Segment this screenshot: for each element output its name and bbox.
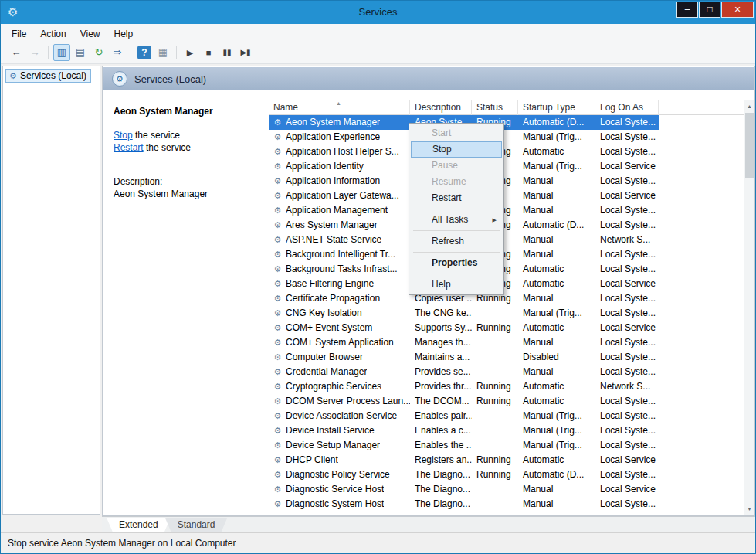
table-row[interactable]: ⚙Diagnostic Service HostThe Diagno...Man… bbox=[269, 482, 659, 497]
scroll-up-icon[interactable]: ▲ bbox=[744, 100, 754, 112]
tab-standard[interactable]: Standard bbox=[165, 518, 228, 534]
menu-file[interactable]: File bbox=[5, 25, 33, 43]
cell-description: Enables the ... bbox=[410, 438, 472, 453]
minimize-button[interactable]: – bbox=[676, 2, 698, 18]
table-row[interactable]: ⚙Device Install ServiceEnables a c...Man… bbox=[269, 423, 659, 438]
context-menu-item-help[interactable]: Help bbox=[411, 277, 502, 293]
cell-status bbox=[472, 482, 518, 497]
service-name: COM+ Event System bbox=[286, 321, 372, 335]
column-header-status[interactable]: Status bbox=[472, 100, 518, 115]
service-gear-icon: ⚙ bbox=[272, 262, 283, 277]
menu-separator bbox=[413, 230, 500, 231]
stop-service-icon[interactable]: ■ bbox=[200, 44, 217, 61]
cell-logon-as: Local Service bbox=[595, 453, 659, 467]
cell-status bbox=[472, 335, 518, 350]
vertical-scrollbar[interactable]: ▲ ▼ bbox=[744, 100, 754, 515]
service-name: Background Tasks Infrast... bbox=[286, 262, 398, 277]
menu-item-label: Restart bbox=[432, 192, 462, 203]
cell-status: Running bbox=[472, 453, 518, 467]
cell-name: ⚙Background Intelligent Tr... bbox=[269, 247, 410, 262]
menu-item-label: Start bbox=[432, 127, 451, 138]
cell-startup-type: Manual bbox=[518, 335, 595, 350]
context-menu-item-refresh[interactable]: Refresh bbox=[411, 233, 502, 250]
table-row[interactable]: ⚙Distributed Link Tracking Cli...Maintai… bbox=[269, 512, 659, 515]
export-list-icon[interactable]: ⇒ bbox=[109, 44, 126, 61]
table-row[interactable]: ⚙DHCP ClientRegisters an...RunningAutoma… bbox=[269, 453, 659, 467]
service-gear-icon: ⚙ bbox=[272, 497, 283, 512]
action-pane-icon[interactable]: ▦ bbox=[154, 44, 171, 61]
stop-service-link[interactable]: Stop bbox=[114, 130, 133, 141]
cell-name: ⚙Device Install Service bbox=[269, 423, 410, 438]
context-menu-item-start[interactable]: Start bbox=[411, 125, 502, 141]
close-button[interactable]: × bbox=[721, 2, 754, 18]
cell-startup-type: Automatic bbox=[518, 144, 595, 159]
tree-node-services-local[interactable]: ⚙ Services (Local) bbox=[5, 69, 91, 83]
service-name: Ares System Manager bbox=[286, 218, 378, 233]
table-row[interactable]: ⚙Device Association ServiceEnables pair.… bbox=[269, 409, 659, 423]
column-header-name[interactable]: Name ▲ bbox=[269, 100, 410, 115]
column-header-description[interactable]: Description bbox=[410, 100, 472, 115]
table-row[interactable]: ⚙Diagnostic Policy ServiceThe Diagno...R… bbox=[269, 467, 659, 482]
table-row[interactable]: ⚙Diagnostic System HostThe Diagno...Manu… bbox=[269, 497, 659, 512]
service-gear-icon: ⚙ bbox=[272, 306, 283, 321]
table-row[interactable]: ⚙Device Setup ManagerEnables the ...Manu… bbox=[269, 438, 659, 453]
context-menu-item-pause[interactable]: Pause bbox=[411, 158, 502, 174]
menu-action[interactable]: Action bbox=[33, 25, 73, 43]
maximize-button[interactable]: □ bbox=[699, 2, 720, 18]
results-pane-header: ⚙ Services (Local) bbox=[103, 67, 754, 90]
extended-info-panel: Aeon System Manager Stop the service Res… bbox=[103, 90, 269, 515]
service-name: COM+ System Application bbox=[286, 335, 394, 350]
scroll-down-icon[interactable]: ▼ bbox=[744, 503, 754, 515]
restart-service-icon[interactable]: ▶▮ bbox=[237, 44, 254, 61]
cell-logon-as: Local Service bbox=[595, 321, 659, 335]
cell-name: ⚙Application Host Helper S... bbox=[269, 144, 410, 159]
scrollbar-thumb[interactable] bbox=[745, 113, 754, 178]
menu-item-label: Properties bbox=[432, 257, 477, 268]
service-name: DHCP Client bbox=[286, 453, 338, 467]
context-menu-item-stop[interactable]: Stop bbox=[411, 141, 502, 158]
cell-name: ⚙Distributed Link Tracking Cli... bbox=[269, 512, 410, 515]
table-row[interactable]: ⚙Credential ManagerProvides se...ManualL… bbox=[269, 365, 659, 379]
menu-item-label: Resume bbox=[432, 176, 466, 187]
cell-startup-type: Automatic bbox=[518, 277, 595, 291]
table-row[interactable]: ⚙DCOM Server Process Laun...The DCOM...R… bbox=[269, 394, 659, 409]
column-header-logon-as[interactable]: Log On As bbox=[595, 100, 659, 115]
column-header-startup-type[interactable]: Startup Type bbox=[518, 100, 595, 115]
restart-service-link[interactable]: Restart bbox=[114, 142, 144, 153]
back-icon[interactable]: ← bbox=[8, 44, 25, 61]
service-gear-icon: ⚙ bbox=[272, 130, 283, 144]
forward-icon[interactable]: → bbox=[26, 44, 43, 61]
context-menu-item-restart[interactable]: Restart bbox=[411, 190, 502, 206]
context-menu-item-resume[interactable]: Resume bbox=[411, 174, 502, 190]
properties-icon[interactable]: ▤ bbox=[72, 44, 89, 61]
gear-icon: ⚙ bbox=[116, 74, 124, 84]
table-row[interactable]: ⚙CNG Key IsolationThe CNG ke...Manual (T… bbox=[269, 306, 659, 321]
table-row[interactable]: ⚙Computer BrowserMaintains a...DisabledL… bbox=[269, 350, 659, 365]
pause-service-icon[interactable]: ▮▮ bbox=[219, 44, 236, 61]
context-menu-item-all-tasks[interactable]: All Tasks▶ bbox=[411, 212, 502, 228]
toolbar-separator bbox=[176, 46, 177, 59]
help-icon[interactable]: ? bbox=[137, 46, 151, 59]
service-name: CNG Key Isolation bbox=[286, 306, 362, 321]
selected-service-name: Aeon System Manager bbox=[114, 106, 213, 117]
service-gear-icon: ⚙ bbox=[272, 174, 283, 189]
tab-extended[interactable]: Extended bbox=[107, 518, 171, 534]
service-gear-icon: ⚙ bbox=[272, 218, 283, 233]
cell-startup-type: Automatic bbox=[518, 453, 595, 467]
cell-logon-as: Local Syste... bbox=[595, 497, 659, 512]
cell-logon-as: Local Service bbox=[595, 277, 659, 291]
cell-status bbox=[472, 423, 518, 438]
service-name: Background Intelligent Tr... bbox=[286, 247, 395, 262]
context-menu-item-properties[interactable]: Properties bbox=[411, 255, 502, 271]
table-row[interactable]: ⚙COM+ Event SystemSupports Sy...RunningA… bbox=[269, 321, 659, 335]
table-row[interactable]: ⚙Cryptographic ServicesProvides thr...Ru… bbox=[269, 379, 659, 394]
show-console-tree-icon[interactable]: ▥ bbox=[53, 44, 70, 61]
cell-status bbox=[472, 365, 518, 379]
menu-view[interactable]: View bbox=[73, 25, 107, 43]
cell-description: Provides thr... bbox=[410, 379, 472, 394]
table-row[interactable]: ⚙COM+ System ApplicationManages th...Man… bbox=[269, 335, 659, 350]
window-title: Services bbox=[1, 1, 755, 24]
start-service-icon[interactable]: ▶ bbox=[181, 44, 198, 61]
refresh-icon[interactable]: ↻ bbox=[90, 44, 107, 61]
menu-help[interactable]: Help bbox=[107, 25, 141, 43]
